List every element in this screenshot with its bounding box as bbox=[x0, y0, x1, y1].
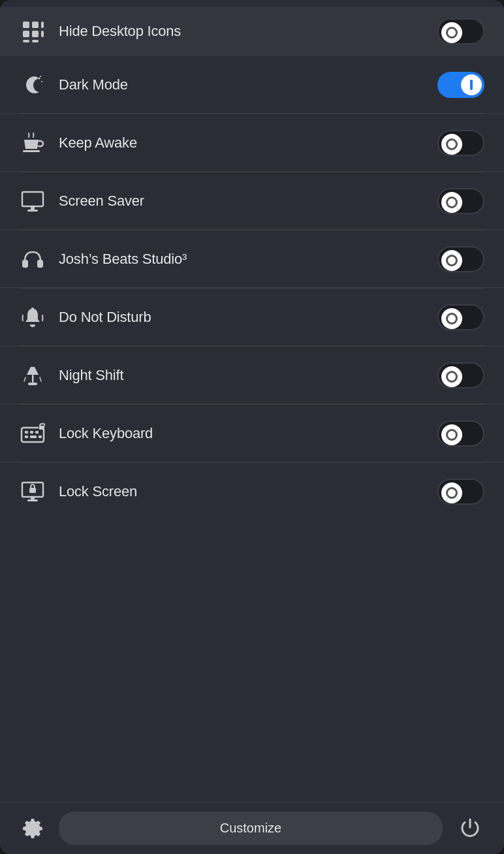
night-shift-label: Night Shift bbox=[59, 367, 424, 384]
svg-rect-5 bbox=[32, 40, 39, 42]
keyboard-icon bbox=[20, 420, 46, 447]
do-not-disturb-label: Do Not Disturb bbox=[59, 309, 424, 326]
lock-keyboard-label: Lock Keyboard bbox=[59, 425, 424, 442]
customize-button[interactable]: Customize bbox=[59, 812, 443, 845]
gear-icon[interactable] bbox=[20, 815, 46, 842]
svg-rect-30 bbox=[27, 499, 38, 501]
hide-desktop-icons-row: Hide Desktop Icons bbox=[0, 7, 504, 56]
svg-rect-2 bbox=[23, 31, 29, 37]
svg-rect-27 bbox=[39, 426, 44, 430]
svg-rect-25 bbox=[39, 435, 42, 438]
lock-keyboard-toggle-knob bbox=[441, 424, 462, 445]
svg-rect-4 bbox=[23, 40, 29, 42]
svg-rect-11 bbox=[23, 150, 40, 152]
beats-studio-row: Josh’s Beats Studio³ bbox=[0, 230, 504, 288]
screen-saver-row: Screen Saver bbox=[0, 172, 504, 230]
night-shift-toggle[interactable] bbox=[437, 362, 484, 388]
power-button[interactable] bbox=[456, 814, 484, 843]
toggle-knob bbox=[441, 22, 462, 43]
dark-mode-row: Dark Mode bbox=[0, 56, 504, 114]
lock-screen-toggle[interactable] bbox=[437, 479, 484, 505]
screen-saver-toggle[interactable] bbox=[437, 188, 484, 214]
svg-rect-7 bbox=[41, 31, 44, 37]
grid-icon bbox=[20, 18, 46, 44]
hide-desktop-icons-toggle[interactable] bbox=[437, 18, 484, 44]
svg-rect-24 bbox=[30, 435, 37, 438]
monitor-icon bbox=[20, 188, 46, 214]
svg-point-10 bbox=[40, 76, 41, 77]
svg-point-9 bbox=[41, 81, 42, 82]
svg-rect-13 bbox=[31, 206, 35, 210]
dark-mode-toggle[interactable] bbox=[437, 72, 484, 98]
bell-icon bbox=[20, 304, 46, 330]
settings-panel: Hide Desktop Icons Dark Mode bbox=[0, 0, 504, 854]
svg-rect-3 bbox=[32, 31, 39, 37]
beats-studio-toggle-knob bbox=[441, 250, 462, 271]
beats-studio-toggle[interactable] bbox=[437, 246, 484, 272]
svg-rect-16 bbox=[37, 260, 43, 268]
svg-rect-15 bbox=[22, 260, 28, 268]
screen-saver-label: Screen Saver bbox=[59, 193, 424, 210]
svg-rect-23 bbox=[25, 435, 28, 438]
do-not-disturb-toggle-knob bbox=[441, 308, 462, 329]
svg-rect-18 bbox=[28, 383, 37, 385]
headphones-icon bbox=[20, 246, 46, 272]
keep-awake-row: Keep Awake bbox=[0, 114, 504, 172]
dark-mode-label: Dark Mode bbox=[59, 76, 424, 93]
lamp-icon bbox=[20, 362, 46, 388]
do-not-disturb-toggle[interactable] bbox=[437, 304, 484, 330]
svg-rect-12 bbox=[22, 192, 43, 206]
lock-keyboard-row: Lock Keyboard bbox=[0, 405, 504, 462]
dark-mode-toggle-knob bbox=[461, 74, 482, 95]
lock-keyboard-toggle[interactable] bbox=[437, 420, 484, 447]
svg-rect-6 bbox=[41, 22, 44, 28]
svg-rect-17 bbox=[32, 375, 34, 383]
svg-rect-14 bbox=[27, 210, 38, 212]
settings-list: Dark Mode bbox=[0, 56, 504, 802]
svg-rect-21 bbox=[30, 431, 33, 434]
svg-rect-29 bbox=[31, 497, 35, 499]
bottom-bar: Customize bbox=[0, 802, 504, 854]
night-shift-toggle-knob bbox=[441, 366, 462, 387]
hide-desktop-icons-label: Hide Desktop Icons bbox=[59, 23, 424, 40]
svg-rect-22 bbox=[35, 431, 39, 434]
lock-screen-label: Lock Screen bbox=[59, 483, 424, 500]
lock-screen-row: Lock Screen bbox=[0, 463, 504, 520]
svg-rect-1 bbox=[32, 22, 39, 28]
lock-screen-icon bbox=[20, 479, 46, 505]
svg-rect-0 bbox=[23, 22, 29, 28]
beats-studio-label: Josh’s Beats Studio³ bbox=[59, 251, 424, 268]
lock-screen-toggle-knob bbox=[441, 482, 462, 503]
coffee-icon bbox=[20, 130, 46, 156]
do-not-disturb-row: Do Not Disturb bbox=[0, 289, 504, 346]
svg-rect-20 bbox=[25, 431, 28, 434]
svg-rect-31 bbox=[29, 488, 36, 493]
svg-point-8 bbox=[39, 77, 40, 79]
keep-awake-toggle-knob bbox=[441, 134, 462, 155]
keep-awake-label: Keep Awake bbox=[59, 134, 424, 151]
moon-icon bbox=[20, 72, 46, 98]
night-shift-row: Night Shift bbox=[0, 347, 504, 404]
screen-saver-toggle-knob bbox=[441, 192, 462, 213]
svg-rect-19 bbox=[22, 428, 44, 442]
keep-awake-toggle[interactable] bbox=[437, 130, 484, 156]
